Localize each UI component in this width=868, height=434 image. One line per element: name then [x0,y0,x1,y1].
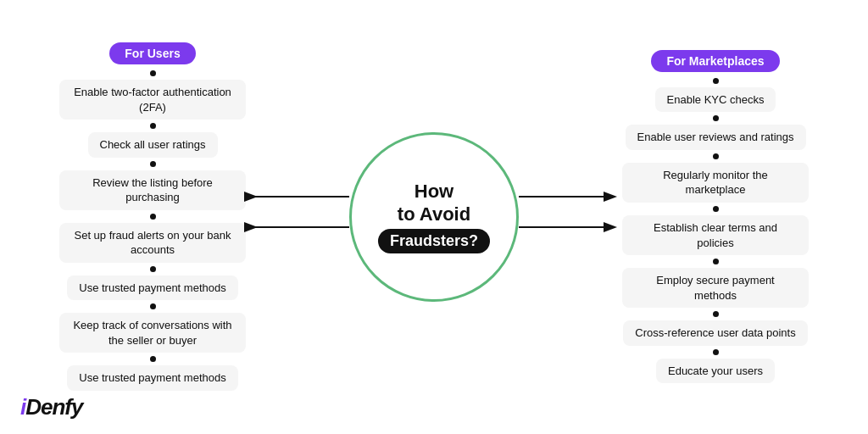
bullet [150,123,156,129]
main-container: For Users Enable two-factor authenticati… [0,0,868,434]
bullet [150,214,156,220]
users-list: For Users Enable two-factor authenticati… [0,42,305,392]
logo: iDenfy [20,394,82,420]
list-item: Check all user ratings [88,132,218,158]
logo-text: Denfy [25,394,82,420]
list-item: Cross-reference user data points [623,320,807,346]
list-item: Employ secure payment methods [622,268,809,308]
list-item: Regularly monitor the marketplace [622,163,809,203]
list-item: Enable user reviews and ratings [626,125,806,150]
center-to-avoid: to Avoid [398,203,470,225]
list-item: Use trusted payment methods [67,275,237,301]
bullet [713,206,719,212]
bullet [150,356,156,362]
center-fraudsters: Fraudsters? [378,229,490,253]
list-item: Enable two-factor authentication (2FA) [59,80,246,120]
list-item: Use trusted payment methods [67,365,237,391]
marketplaces-badge: For Marketplaces [651,50,779,72]
bullet [150,161,156,167]
center-how: How [415,181,453,203]
center-circle: How to Avoid Fraudsters? [349,132,519,302]
bullet [713,259,719,264]
list-item: Set up fraud alerts on your bank account… [59,223,246,263]
list-item: Educate your users [656,359,775,384]
list-item: Establish clear terms and policies [622,215,809,255]
bullet [713,349,719,355]
bullet [713,78,719,84]
users-badge: For Users [109,42,195,64]
bullet [713,153,719,159]
left-panel: For Users Enable two-factor authenticati… [0,0,322,434]
list-item: Keep track of conversations with the sel… [59,313,246,353]
list-item: Review the listing before purchasing [59,170,246,210]
bullet [713,115,719,121]
bullet [150,70,156,76]
marketplaces-list: For Marketplaces Enable KYC checksEnable… [563,50,868,384]
list-item: Enable KYC checks [655,87,776,113]
bullet [150,266,156,272]
bullet [150,303,156,309]
bullet [713,311,719,317]
right-panel: For Marketplaces Enable KYC checksEnable… [546,0,868,434]
